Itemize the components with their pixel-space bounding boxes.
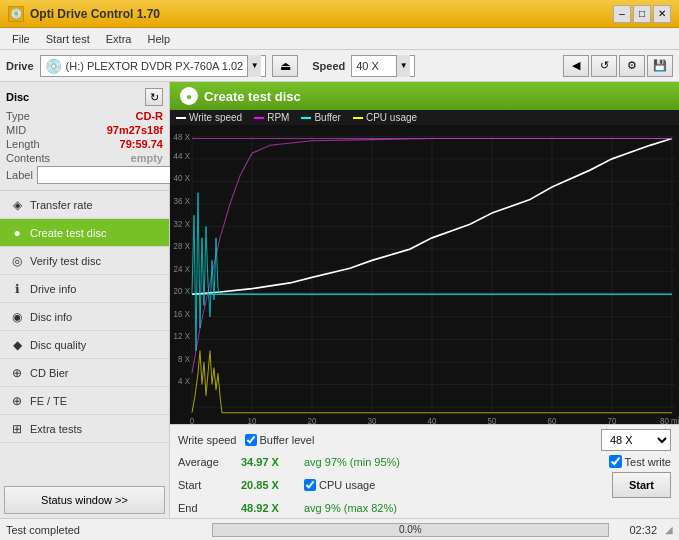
- svg-text:20 X: 20 X: [174, 286, 191, 297]
- legend-rpm-label: RPM: [267, 112, 289, 123]
- close-button[interactable]: ✕: [653, 5, 671, 23]
- disc-refresh-button[interactable]: ↻: [145, 88, 163, 106]
- menu-start-test[interactable]: Start test: [38, 31, 98, 47]
- nav-label-disc-quality: Disc quality: [30, 339, 86, 351]
- progress-bar: 0.0%: [212, 523, 609, 537]
- disc-panel-title: Disc: [6, 91, 29, 103]
- chart-legend: Write speed RPM Buffer CPU usage: [170, 110, 679, 125]
- speed-value: 40 X: [356, 60, 396, 72]
- test-write-checkbox[interactable]: [609, 455, 622, 468]
- disc-panel: Disc ↻ Type CD-R MID 97m27s18f Length 79…: [0, 82, 169, 191]
- disc-contents-value: empty: [131, 152, 163, 164]
- drive-bar: Drive 💿 (H:) PLEXTOR DVDR PX-760A 1.02 ▼…: [0, 50, 679, 82]
- svg-text:24 X: 24 X: [174, 263, 191, 274]
- menu-file[interactable]: File: [4, 31, 38, 47]
- legend-item-rpm: RPM: [254, 112, 289, 123]
- status-indicator-icon: ◢: [665, 524, 673, 535]
- svg-text:0: 0: [190, 416, 195, 424]
- menu-bar: File Start test Extra Help: [0, 28, 679, 50]
- chart-area: 48 X 44 X 40 X 36 X 32 X 28 X 24 X 20 X …: [170, 125, 679, 424]
- nav-items: ◈ Transfer rate ● Create test disc ◎ Ver…: [0, 191, 169, 482]
- cpu-usage-checkbox-label[interactable]: CPU usage: [304, 479, 375, 491]
- write-speed-label: Write speed: [178, 434, 237, 446]
- sidebar-item-transfer-rate[interactable]: ◈ Transfer rate: [0, 191, 169, 219]
- cpu-usage-checkbox[interactable]: [304, 479, 316, 491]
- start-button[interactable]: Start: [612, 472, 671, 498]
- disc-length-value: 79:59.74: [120, 138, 163, 150]
- minimize-button[interactable]: –: [613, 5, 631, 23]
- svg-text:80 min: 80 min: [660, 416, 679, 424]
- create-test-disc-icon: ●: [10, 226, 24, 240]
- average-value: 34.97 X: [241, 456, 296, 468]
- transfer-rate-icon: ◈: [10, 198, 24, 212]
- test-write-text: Test write: [625, 456, 671, 468]
- svg-text:40: 40: [428, 416, 437, 424]
- drive-info-icon: ℹ: [10, 282, 24, 296]
- svg-text:16 X: 16 X: [174, 308, 191, 319]
- eject-button[interactable]: ⏏: [272, 55, 298, 77]
- extra-tests-icon: ⊞: [10, 422, 24, 436]
- speed-selector[interactable]: 40 X ▼: [351, 55, 415, 77]
- sidebar-item-disc-info[interactable]: ◉ Disc info: [0, 303, 169, 331]
- drive-dropdown-arrow[interactable]: ▼: [247, 55, 261, 77]
- nav-label-verify-test-disc: Verify test disc: [30, 255, 101, 267]
- toolbar-refresh-button[interactable]: ↺: [591, 55, 617, 77]
- sidebar-item-cd-bier[interactable]: ⊕ CD Bier: [0, 359, 169, 387]
- status-window-button[interactable]: Status window >>: [4, 486, 165, 514]
- sidebar-item-create-test-disc[interactable]: ● Create test disc: [0, 219, 169, 247]
- drive-disc-icon: 💿: [45, 58, 62, 74]
- svg-text:44 X: 44 X: [174, 150, 191, 161]
- disc-type-label: Type: [6, 110, 30, 122]
- drive-selector[interactable]: 💿 (H:) PLEXTOR DVDR PX-760A 1.02 ▼: [40, 55, 267, 77]
- svg-text:32 X: 32 X: [174, 218, 191, 229]
- speed-dropdown-arrow[interactable]: ▼: [396, 55, 410, 77]
- legend-cpu-label: CPU usage: [366, 112, 417, 123]
- disc-type-value: CD-R: [136, 110, 164, 122]
- content-area: ● Create test disc Write speed RPM Buffe…: [170, 82, 679, 518]
- buffer-level-text: Buffer level: [260, 434, 315, 446]
- toolbar-settings-button[interactable]: ⚙: [619, 55, 645, 77]
- app-icon: 💿: [8, 6, 24, 22]
- sidebar-item-disc-quality[interactable]: ◆ Disc quality: [0, 331, 169, 359]
- legend-write-speed-label: Write speed: [189, 112, 242, 123]
- svg-text:70: 70: [608, 416, 617, 424]
- nav-label-drive-info: Drive info: [30, 283, 76, 295]
- maximize-button[interactable]: □: [633, 5, 651, 23]
- end-label: End: [178, 502, 233, 514]
- sidebar-item-verify-test-disc[interactable]: ◎ Verify test disc: [0, 247, 169, 275]
- sidebar-item-drive-info[interactable]: ℹ Drive info: [0, 275, 169, 303]
- svg-text:40 X: 40 X: [174, 173, 191, 184]
- average-label: Average: [178, 456, 233, 468]
- menu-help[interactable]: Help: [139, 31, 178, 47]
- start-value: 20.85 X: [241, 479, 296, 491]
- disc-quality-icon: ◆: [10, 338, 24, 352]
- buffer-level-checkbox-label[interactable]: Buffer level: [245, 434, 315, 446]
- disc-contents-label: Contents: [6, 152, 50, 164]
- legend-item-cpu: CPU usage: [353, 112, 417, 123]
- menu-extra[interactable]: Extra: [98, 31, 140, 47]
- status-text: Test completed: [6, 524, 204, 536]
- sidebar-item-extra-tests[interactable]: ⊞ Extra tests: [0, 415, 169, 443]
- svg-text:10: 10: [248, 416, 257, 424]
- cd-bier-icon: ⊕: [10, 366, 24, 380]
- nav-label-cd-bier: CD Bier: [30, 367, 69, 379]
- verify-test-disc-icon: ◎: [10, 254, 24, 268]
- speed-dropdown[interactable]: 48 X 40 X 32 X 24 X: [601, 429, 671, 451]
- svg-text:12 X: 12 X: [174, 331, 191, 342]
- svg-text:48 X: 48 X: [174, 131, 191, 142]
- legend-item-write-speed: Write speed: [176, 112, 242, 123]
- sidebar: Disc ↻ Type CD-R MID 97m27s18f Length 79…: [0, 82, 170, 518]
- svg-text:20: 20: [308, 416, 317, 424]
- toolbar-back-button[interactable]: ◀: [563, 55, 589, 77]
- chart-controls: Write speed Buffer level 48 X 40 X 32 X …: [170, 424, 679, 518]
- toolbar-save-button[interactable]: 💾: [647, 55, 673, 77]
- sidebar-item-fe-te[interactable]: ⊕ FE / TE: [0, 387, 169, 415]
- disc-label-input[interactable]: [37, 166, 181, 184]
- svg-text:28 X: 28 X: [174, 241, 191, 252]
- disc-info-icon: ◉: [10, 310, 24, 324]
- buffer-level-checkbox[interactable]: [245, 434, 257, 446]
- test-write-checkbox-label[interactable]: Test write: [609, 455, 671, 468]
- chart-header-icon: ●: [180, 87, 198, 105]
- disc-mid-value: 97m27s18f: [107, 124, 163, 136]
- nav-label-fe-te: FE / TE: [30, 395, 67, 407]
